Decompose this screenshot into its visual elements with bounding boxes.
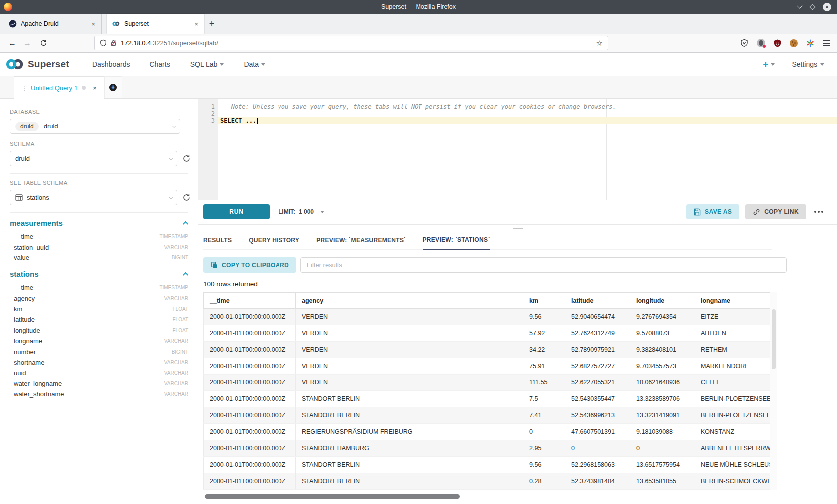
database-type-chip: druid xyxy=(15,122,39,131)
copy-to-clipboard-button[interactable]: COPY TO CLIPBOARD xyxy=(203,257,296,273)
tab-query-history[interactable]: QUERY HISTORY xyxy=(249,231,299,249)
table-row[interactable]: 2000-01-01T00:00:00.000ZVERDEN111.5552.6… xyxy=(204,375,770,391)
cell: STANDORT BERLIN xyxy=(296,457,523,473)
nav-item-dashboards[interactable]: Dashboards xyxy=(82,60,140,68)
close-window-icon[interactable]: × xyxy=(823,3,831,11)
pane-splitter[interactable] xyxy=(198,224,837,231)
column-header[interactable]: agency xyxy=(296,293,523,309)
multi-account-icon[interactable] xyxy=(757,39,765,47)
menu-hamburger-icon[interactable] xyxy=(823,40,830,46)
superset-brand[interactable]: Superset xyxy=(5,58,69,70)
unsaved-state-dot xyxy=(82,86,86,90)
nav-item-charts[interactable]: Charts xyxy=(140,60,180,68)
limit-control[interactable]: LIMIT: 1 000 xyxy=(279,208,324,215)
tab-preview-stations[interactable]: PREVIEW: `STATIONS` xyxy=(423,231,490,250)
chevron-down-icon xyxy=(320,211,324,213)
cell: 9.57088073 xyxy=(630,325,695,342)
clipboard-copy-icon xyxy=(211,261,218,269)
chevron-down-icon xyxy=(820,63,824,66)
drag-handle-icon[interactable]: ⋮ xyxy=(21,84,27,92)
table-grid-icon xyxy=(15,194,23,201)
column-header[interactable]: __time xyxy=(204,293,296,309)
refresh-table-icon[interactable] xyxy=(182,193,191,202)
column-name: longitude xyxy=(14,327,40,334)
sql-editor[interactable]: 1 2 3 -- Note: Unless you save your quer… xyxy=(198,99,837,200)
reload-icon[interactable] xyxy=(40,39,47,47)
table-row[interactable]: 2000-01-01T00:00:00.000ZVERDEN57.9252.76… xyxy=(204,325,770,342)
column-name: number xyxy=(14,348,36,356)
cell: VERDEN xyxy=(296,325,523,342)
table-row[interactable]: 2000-01-01T00:00:00.000ZSTANDORT BERLIN9… xyxy=(204,457,770,473)
table-row[interactable]: 2000-01-01T00:00:00.000ZSTANDORT BERLIN7… xyxy=(204,391,770,407)
limit-label: LIMIT: xyxy=(279,208,295,215)
nav-item-data[interactable]: Data xyxy=(234,60,275,68)
vertical-scrollbar[interactable] xyxy=(770,292,777,490)
schema-column-row: longitudeFLOAT xyxy=(10,325,188,336)
nav-label: Dashboards xyxy=(92,60,130,68)
cell: 0 xyxy=(630,440,695,457)
tracking-shield-icon[interactable] xyxy=(100,39,107,47)
add-query-tab-button[interactable]: + xyxy=(104,76,122,98)
browser-tab-superset[interactable]: Superset × xyxy=(107,14,204,34)
new-item-button[interactable]: + xyxy=(763,59,775,70)
table-row[interactable]: 2000-01-01T00:00:00.000ZSTANDORT HAMBURG… xyxy=(204,440,770,457)
cell: 52.6227055321 xyxy=(565,375,630,391)
cookie-icon[interactable] xyxy=(790,39,798,47)
insecure-lock-icon[interactable] xyxy=(110,39,117,47)
bookmark-star-icon[interactable]: ☆ xyxy=(596,39,603,48)
cell: STANDORT BERLIN xyxy=(296,473,523,490)
save-as-button[interactable]: SAVE AS xyxy=(686,204,739,219)
chevron-up-icon[interactable] xyxy=(183,221,188,226)
privacy-shield-icon[interactable] xyxy=(740,39,748,47)
maximize-icon[interactable] xyxy=(809,4,816,10)
editor-code-area[interactable]: -- Note: Unless you save your query, the… xyxy=(218,99,837,200)
table-row[interactable]: 2000-01-01T00:00:00.000ZSTANDORT BERLIN0… xyxy=(204,473,770,490)
column-type: VARCHAR xyxy=(164,381,188,386)
chevron-up-icon[interactable] xyxy=(183,272,188,277)
table-row[interactable]: 2000-01-01T00:00:00.000ZREGIERUNGSPRÄSID… xyxy=(204,424,770,440)
column-type: BIGINT xyxy=(172,349,188,355)
browser-toolbar: ← → 172.18.0.4:32251/superset/sqllab/ ☆ xyxy=(0,34,837,53)
column-header[interactable]: km xyxy=(523,293,565,309)
schema-select[interactable]: druid xyxy=(10,151,177,166)
copy-link-button[interactable]: COPY LINK xyxy=(745,204,806,219)
run-button[interactable]: RUN xyxy=(203,204,270,219)
table-row[interactable]: 2000-01-01T00:00:00.000ZVERDEN34.2252.78… xyxy=(204,342,770,358)
table-row[interactable]: 2000-01-01T00:00:00.000ZVERDEN9.5652.904… xyxy=(204,309,770,325)
ublock-icon[interactable] xyxy=(774,39,781,47)
nav-item-sql-lab[interactable]: SQL Lab xyxy=(180,60,234,68)
query-tab-untitled-query-1[interactable]: ⋮ Untitled Query 1 × xyxy=(14,76,104,99)
superset-brand-text: Superset xyxy=(28,59,69,70)
table-row[interactable]: 2000-01-01T00:00:00.000ZVERDEN75.9152.68… xyxy=(204,358,770,375)
column-header[interactable]: longname xyxy=(695,293,770,309)
superset-navbar: Superset Dashboards Charts SQL Lab Data … xyxy=(0,53,837,76)
pinwheel-extension-icon[interactable] xyxy=(806,39,814,47)
cell: RETHEM xyxy=(695,342,770,358)
column-header[interactable]: longitude xyxy=(630,293,695,309)
filter-results-input[interactable] xyxy=(300,257,787,273)
refresh-schema-icon[interactable] xyxy=(182,154,191,163)
cell: 0 xyxy=(565,440,630,457)
back-icon[interactable]: ← xyxy=(5,39,20,48)
horizontal-scrollbar[interactable] xyxy=(203,494,777,499)
limit-value: 1 000 xyxy=(299,208,314,215)
tab-results[interactable]: RESULTS xyxy=(203,231,232,249)
table-row[interactable]: 2000-01-01T00:00:00.000ZSTANDORT BERLIN7… xyxy=(204,407,770,424)
minimize-icon[interactable] xyxy=(797,3,802,8)
settings-menu[interactable]: Settings xyxy=(792,60,824,68)
database-select[interactable]: druid druid xyxy=(10,119,180,134)
browser-tab-apache-druid[interactable]: Apache Druid × xyxy=(4,14,102,34)
column-type: VARCHAR xyxy=(164,360,188,365)
schema-section-measurements[interactable]: measurements xyxy=(10,219,188,227)
tab-preview-measurements[interactable]: PREVIEW: `MEASUREMENTS` xyxy=(316,231,406,249)
column-header[interactable]: latitude xyxy=(565,293,630,309)
schema-section-stations[interactable]: stations xyxy=(10,270,188,278)
more-options-icon[interactable] xyxy=(812,211,825,213)
schema-column-row: numberBIGINT xyxy=(10,346,188,357)
url-bar[interactable]: 172.18.0.4:32251/superset/sqllab/ ☆ xyxy=(94,36,608,50)
new-browser-tab-button[interactable]: + xyxy=(204,14,219,34)
close-query-tab-icon[interactable]: × xyxy=(93,84,97,92)
table-schema-select[interactable]: stations xyxy=(10,190,177,205)
tab-close-icon[interactable]: × xyxy=(193,20,199,28)
tab-close-icon[interactable]: × xyxy=(90,20,96,28)
